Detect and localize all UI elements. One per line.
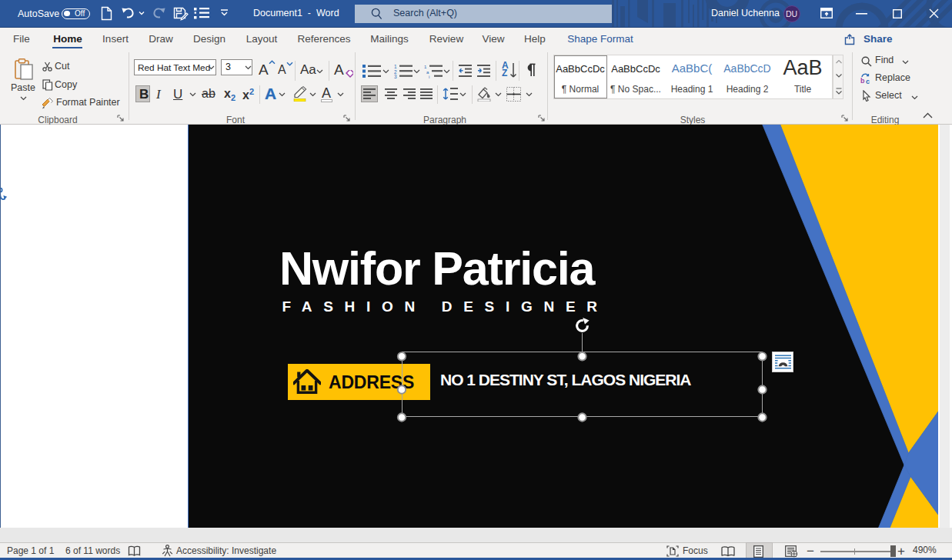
svg-text:b: b [860,77,865,85]
svg-text:a: a [426,70,429,75]
svg-text:i: i [429,75,429,78]
svg-text:1: 1 [424,65,427,69]
svg-text:3: 3 [394,74,397,78]
svg-text:c: c [866,78,870,85]
